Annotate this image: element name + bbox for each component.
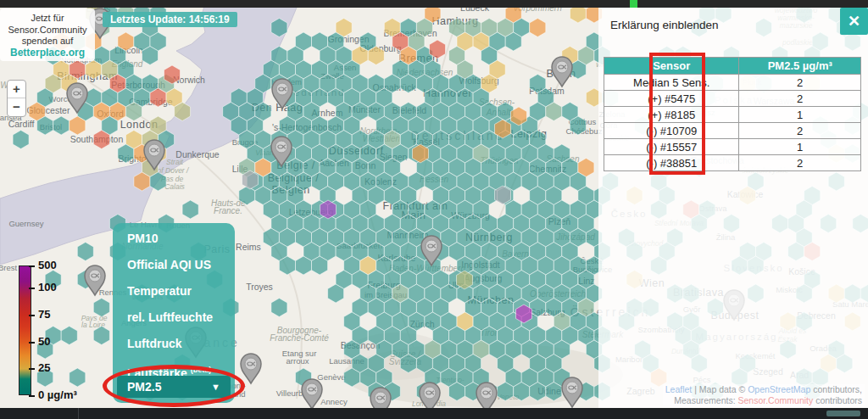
- legend-tick: 50: [29, 335, 50, 348]
- hex-cell-special[interactable]: [495, 120, 511, 138]
- hex-cell[interactable]: [150, 172, 166, 191]
- hex-cell-special[interactable]: [320, 200, 337, 219]
- hex-cell[interactable]: [86, 60, 102, 79]
- map-label: Strait: [166, 158, 183, 166]
- table-row: (+) #54752: [604, 91, 861, 107]
- hex-cell[interactable]: [271, 19, 287, 37]
- hex-cell[interactable]: [182, 200, 198, 219]
- marker-emblem: [424, 387, 436, 399]
- legend-tick: 100: [29, 281, 57, 293]
- hex-cell-special[interactable]: [242, 170, 259, 189]
- marker-emblem: [306, 383, 318, 395]
- marker-emblem: [148, 144, 160, 156]
- hex-cell[interactable]: [312, 256, 328, 275]
- table-cell: 2: [739, 123, 861, 139]
- legend-tick: 25: [29, 361, 50, 374]
- table-cell: 1: [739, 139, 861, 155]
- hex-cell-special[interactable]: [495, 186, 511, 204]
- hex-cell[interactable]: [142, 47, 159, 65]
- table-row: Median 5 Sens.2: [604, 75, 861, 91]
- hex-cell[interactable]: [93, 131, 109, 149]
- hex-cell-special[interactable]: [164, 65, 181, 84]
- osm-link[interactable]: OpenStreetMap: [748, 384, 810, 394]
- hex-cell[interactable]: [13, 131, 29, 149]
- marker-emblem: [566, 382, 578, 394]
- table-cell: 2: [739, 75, 861, 91]
- layer-item-official-aqi-us[interactable]: Official AQI US: [113, 252, 235, 278]
- betterplace-link[interactable]: Betterplace.org: [0, 47, 95, 59]
- hex-cell[interactable]: [505, 32, 521, 51]
- sensor-table: Sensor PM2.5 µg/m³ Median 5 Sens.2(+) #5…: [604, 57, 861, 171]
- hex-cell[interactable]: [118, 144, 134, 163]
- zoom-in-button[interactable]: +: [8, 81, 25, 98]
- hex-cell[interactable]: [328, 284, 344, 303]
- hex-cell[interactable]: [400, 355, 416, 373]
- hex-cell-special[interactable]: [430, 40, 446, 59]
- map-label: Guernsey: [8, 219, 43, 228]
- legend-tick: 500: [29, 259, 57, 271]
- hex-cell[interactable]: [530, 19, 546, 37]
- hex-cell[interactable]: [70, 368, 86, 387]
- marker-emblem: [275, 141, 287, 153]
- hex-cell[interactable]: [279, 256, 295, 275]
- sensor-community-link[interactable]: Sensor.Community: [738, 395, 814, 405]
- hex-cell[interactable]: [134, 172, 150, 191]
- hex-cell[interactable]: [175, 103, 191, 121]
- map-label: Annecy: [320, 397, 348, 406]
- donation-box: Jetzt für Sensor.Community spenden auf B…: [0, 8, 95, 61]
- hex-cell[interactable]: [77, 243, 93, 261]
- taskbar-divider: [78, 408, 79, 419]
- map-label: Troyes: [246, 282, 273, 292]
- layer-item-temperatur[interactable]: Temperatur: [113, 278, 235, 304]
- hex-cell[interactable]: [70, 116, 86, 135]
- map-attribution: Leaflet | Map data © OpenStreetMap contr…: [663, 384, 865, 405]
- hex-cell[interactable]: [514, 383, 530, 401]
- hex-cell[interactable]: [61, 327, 77, 345]
- legend-tick: 75: [29, 308, 50, 321]
- hex-cell-special[interactable]: [457, 271, 473, 289]
- annotation-ellipse-pm25: [103, 365, 245, 407]
- hex-cell[interactable]: [271, 299, 287, 317]
- attribution-text: contributors: [813, 395, 862, 405]
- hex-cell[interactable]: [239, 187, 255, 205]
- zoom-out-button[interactable]: −: [8, 98, 25, 116]
- hex-cell[interactable]: [546, 383, 562, 401]
- hex-cell[interactable]: [400, 75, 416, 93]
- hex-cell[interactable]: [93, 299, 109, 317]
- map-label: Brest: [0, 263, 17, 272]
- table-row: (-) #107092: [604, 123, 861, 139]
- donation-line: spenden auf: [0, 36, 95, 47]
- marker-emblem: [481, 387, 492, 399]
- layer-item-rel-luftfeuchte[interactable]: rel. Luftfeuchte: [113, 304, 235, 331]
- donation-line: Sensor.Community: [0, 25, 95, 36]
- hex-cell[interactable]: [368, 47, 384, 65]
- hex-cell[interactable]: [53, 116, 70, 135]
- close-icon[interactable]: ✕: [840, 8, 868, 35]
- leaflet-link[interactable]: Leaflet: [665, 384, 693, 394]
- hex-cell[interactable]: [125, 103, 142, 121]
- marker-emblem: [276, 83, 288, 95]
- panel-title[interactable]: Erklärung einblenden: [610, 19, 719, 31]
- hex-cell[interactable]: [150, 88, 166, 107]
- annotation-box-sensor-column: [649, 53, 705, 175]
- hex-cell[interactable]: [93, 327, 109, 345]
- hex-cell-special[interactable]: [516, 304, 532, 323]
- attribution-text: contributors,: [810, 384, 862, 394]
- hex-cell[interactable]: [570, 116, 586, 135]
- layer-item-pm10[interactable]: PM10: [113, 226, 235, 252]
- hex-cell[interactable]: [296, 256, 312, 275]
- map-label: Genève: [317, 372, 345, 382]
- hex-cell[interactable]: [449, 383, 465, 401]
- hex-cell-special[interactable]: [413, 144, 429, 163]
- hex-cell[interactable]: [37, 116, 53, 135]
- hex-cell[interactable]: [546, 103, 562, 121]
- hex-cell[interactable]: [498, 383, 514, 401]
- table-cell: 1: [739, 107, 861, 123]
- layer-item-luftdruck[interactable]: Luftdruck: [113, 331, 235, 357]
- taskbar-accent: [826, 411, 860, 416]
- hex-cell-special[interactable]: [511, 107, 527, 126]
- marker-emblem: [556, 61, 568, 73]
- hex-cell[interactable]: [530, 383, 546, 401]
- hex-cell[interactable]: [344, 368, 360, 387]
- attribution-text: Measurements:: [674, 395, 737, 405]
